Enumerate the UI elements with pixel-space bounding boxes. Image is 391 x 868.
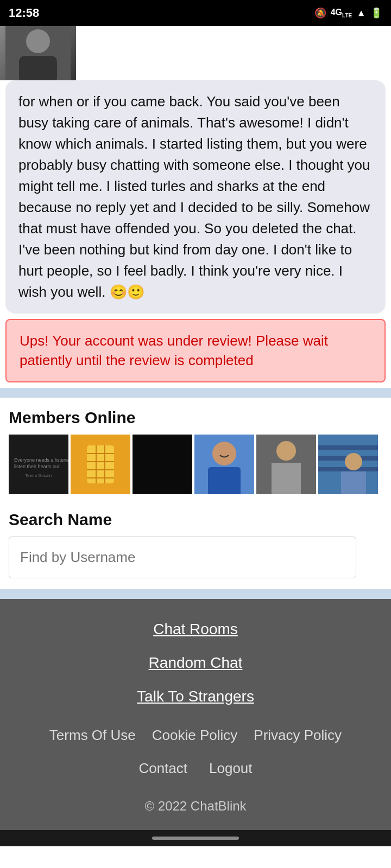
chat-area: for when or if you came back. You said y… <box>0 80 391 314</box>
svg-rect-2 <box>19 56 57 80</box>
signal-icon: 4GLTE <box>331 8 352 18</box>
talk-to-strangers-link[interactable]: Talk To Strangers <box>137 688 254 705</box>
battery-icon: 🔋 <box>370 7 382 19</box>
bottom-nav-bar <box>0 830 391 846</box>
footer-copyright: © 2022 ChatBlink <box>144 799 246 814</box>
avatar <box>0 26 76 80</box>
member-thumbnail-5[interactable] <box>256 435 316 494</box>
bottom-nav-indicator <box>152 837 239 840</box>
status-time: 12:58 <box>9 6 39 20</box>
svg-rect-15 <box>133 435 192 494</box>
members-online-title: Members Online <box>9 409 382 427</box>
search-section: Search Name <box>0 500 391 589</box>
svg-point-27 <box>345 453 362 470</box>
chat-message: for when or if you came back. You said y… <box>5 80 386 314</box>
network-icon: ▲ <box>356 8 366 19</box>
member-thumbnail-4[interactable] <box>194 435 254 494</box>
member-thumbnail-6[interactable] <box>318 435 378 494</box>
chat-header-row <box>0 26 391 80</box>
review-banner-text: Ups! Your account was under review! Plea… <box>20 333 328 368</box>
status-icons: 🔕 4GLTE ▲ 🔋 <box>314 7 382 19</box>
mute-icon: 🔕 <box>314 7 326 19</box>
svg-point-21 <box>276 441 296 461</box>
logout-link[interactable]: Logout <box>209 760 253 777</box>
member-thumbnail-2[interactable] <box>71 435 130 494</box>
member-thumbnail-1[interactable]: Everyone needs a listener to listen thei… <box>9 435 68 494</box>
contact-link[interactable]: Contact <box>138 760 187 777</box>
privacy-policy-link[interactable]: Privacy Policy <box>254 727 342 744</box>
divider-top <box>0 388 391 398</box>
svg-text:listen their hearts out.: listen their hearts out. <box>14 464 61 469</box>
svg-rect-28 <box>341 471 366 494</box>
footer-secondary-links: Terms Of Use Cookie Policy Privacy Polic… <box>49 727 342 744</box>
svg-point-19 <box>218 447 231 460</box>
divider-bottom <box>0 589 391 599</box>
svg-text:Everyone needs a listener to: Everyone needs a listener to <box>14 457 68 463</box>
members-grid: Everyone needs a listener to listen thei… <box>9 435 382 494</box>
footer: Chat Rooms Random Chat Talk To Strangers… <box>0 599 391 830</box>
members-online-section: Members Online Everyone needs a listener… <box>0 398 391 500</box>
svg-point-1 <box>26 29 50 53</box>
status-bar: 12:58 🔕 4GLTE ▲ 🔋 <box>0 0 391 26</box>
svg-text:— Teena Gosain: — Teena Gosain <box>20 473 52 478</box>
search-input[interactable] <box>9 537 356 578</box>
chat-rooms-link[interactable]: Chat Rooms <box>153 621 238 638</box>
footer-action-links: Contact Logout <box>138 760 252 777</box>
review-banner: Ups! Your account was under review! Plea… <box>5 319 386 382</box>
cookie-policy-link[interactable]: Cookie Policy <box>152 727 238 744</box>
search-title: Search Name <box>9 510 382 529</box>
terms-of-use-link[interactable]: Terms Of Use <box>49 727 136 744</box>
avatar-image <box>0 26 76 80</box>
member-thumbnail-3[interactable] <box>133 435 192 494</box>
svg-rect-26 <box>318 445 378 450</box>
svg-rect-18 <box>208 467 241 494</box>
svg-rect-22 <box>272 463 301 494</box>
random-chat-link[interactable]: Random Chat <box>149 654 243 672</box>
